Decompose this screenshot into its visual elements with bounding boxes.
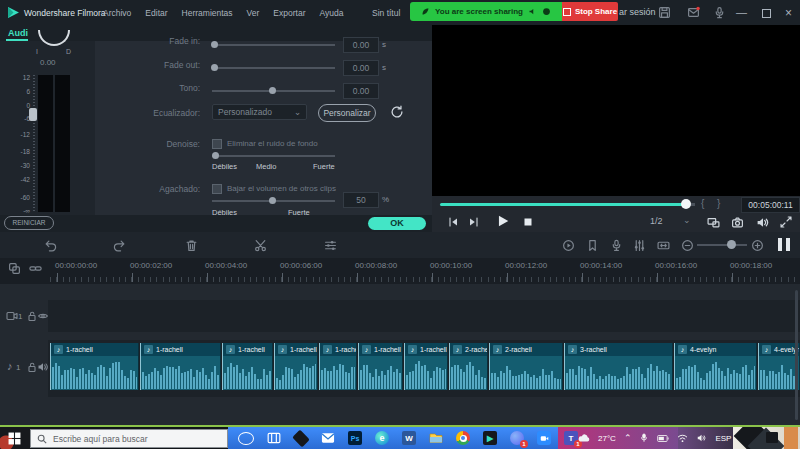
timeline-ruler[interactable]: 00:00:00:0000:00:02:0000:00:04:0000:00:0… — [0, 258, 800, 284]
equalizer-customize-button[interactable]: Personalizar — [318, 104, 376, 122]
teams-taskbar-icon[interactable]: T1 — [564, 431, 578, 445]
ducking-checkbox[interactable] — [212, 184, 222, 194]
tray-wifi-icon[interactable] — [677, 434, 688, 443]
record-mic-icon[interactable] — [713, 6, 726, 19]
minimize-button[interactable]: — — [736, 6, 747, 18]
audio-clip-1-rachell[interactable]: ♪1-rachell — [319, 343, 357, 390]
audio-clip-1-rachell[interactable]: ♪1-rachell — [358, 343, 403, 390]
pitch-handle[interactable] — [269, 87, 276, 94]
zoom-in-icon[interactable] — [751, 239, 764, 252]
timeline-zoom-slider[interactable] — [697, 244, 747, 246]
stop-button[interactable] — [522, 216, 534, 228]
fade-in-value[interactable]: 0.00 — [343, 37, 379, 53]
equalizer-preset-dropdown[interactable]: Personalizado ⌄ — [212, 104, 307, 120]
filmora-taskbar-icon[interactable] — [292, 429, 310, 447]
mail-taskbar-icon[interactable] — [321, 431, 335, 445]
playback-speed-value[interactable]: 1/2 — [650, 216, 663, 226]
reiniciar-button[interactable]: REINICIAR — [4, 216, 54, 230]
play-button[interactable] — [496, 214, 510, 228]
timeline-scrollbar[interactable] — [795, 290, 798, 420]
mark-in-button[interactable]: { — [701, 198, 704, 209]
banner-shield-icon[interactable] — [542, 7, 551, 16]
task-view-button[interactable] — [267, 431, 281, 445]
weather-temp[interactable]: 27°C — [598, 434, 616, 443]
start-button[interactable] — [8, 432, 21, 445]
action-center-icon[interactable] — [766, 432, 778, 443]
fade-in-slider[interactable] — [212, 44, 335, 46]
tray-battery-icon[interactable] — [657, 434, 669, 443]
snapshot-camera-icon[interactable] — [731, 216, 744, 229]
volume-slider-handle[interactable] — [29, 108, 37, 121]
timeline-zoom-handle[interactable] — [727, 240, 736, 249]
denoise-handle[interactable] — [212, 152, 219, 159]
undo-icon[interactable] — [44, 239, 57, 252]
close-button[interactable]: × — [785, 6, 792, 20]
audio-clip-2-rachell[interactable]: ♪2-rachell — [489, 343, 563, 390]
login-session-link[interactable]: ar sesión — [619, 7, 656, 17]
tray-speaker-icon[interactable] — [696, 433, 707, 443]
preview-progress-bar[interactable] — [440, 203, 687, 206]
fade-out-handle[interactable] — [211, 64, 218, 71]
menu-editar[interactable]: Editar — [145, 8, 167, 18]
audio-clip-1-rachell[interactable]: ♪1-rachell — [274, 343, 318, 390]
audio-clip-1-rachell[interactable]: ♪1-rachell — [404, 343, 448, 390]
restore-button[interactable] — [762, 9, 771, 18]
explorer-taskbar-icon[interactable] — [429, 431, 443, 445]
pause-bars-icon[interactable] — [778, 238, 790, 251]
pitch-slider[interactable] — [212, 90, 335, 92]
preview-speaker-icon[interactable] — [756, 216, 769, 229]
video-preview[interactable] — [432, 25, 800, 196]
redo-icon[interactable] — [113, 239, 126, 252]
audio-clip-3-rachell[interactable]: ♪3-rachell — [564, 343, 673, 390]
tray-chevron-up-icon[interactable]: ⌃ — [624, 433, 632, 443]
zoom-out-icon[interactable] — [681, 239, 694, 252]
audio-clip-1-rachell[interactable]: ♪1-rachell — [222, 343, 273, 390]
zoom-taskbar-icon[interactable] — [537, 431, 551, 445]
chrome-taskbar-icon[interactable] — [456, 431, 470, 445]
fullscreen-icon[interactable] — [780, 216, 792, 228]
menu-herramientas[interactable]: Herramientas — [182, 8, 233, 18]
stop-share-button[interactable]: Stop Share — [562, 2, 618, 21]
denoise-checkbox[interactable] — [212, 139, 222, 149]
audio-mixer-icon[interactable] — [633, 239, 646, 252]
audio-clip-4-evelyn[interactable]: ♪4-evelyn — [674, 343, 757, 390]
ducking-slider[interactable] — [212, 200, 335, 202]
ducking-handle[interactable] — [269, 197, 276, 204]
render-preview-icon[interactable] — [562, 239, 575, 252]
mark-out-button[interactable]: } — [717, 198, 720, 209]
preview-progress-handle[interactable] — [681, 199, 691, 209]
reset-icon[interactable] — [390, 105, 404, 119]
language-indicator[interactable]: ESP — [715, 434, 731, 443]
delete-trash-icon[interactable] — [185, 239, 198, 252]
fade-in-handle[interactable] — [211, 41, 218, 48]
audio-clip-4-evelyn[interactable]: ♪4-evelyn — [758, 343, 800, 390]
pitch-value[interactable]: 0.00 — [343, 83, 379, 99]
audio-clip-1-rachell[interactable]: ♪1-rachell — [140, 343, 221, 390]
cortana-button[interactable] — [238, 432, 254, 445]
split-scissors-icon[interactable] — [254, 239, 267, 252]
adjust-mixer-icon[interactable] — [324, 239, 337, 252]
feedback-mail-icon[interactable] — [687, 6, 700, 19]
menu-ver[interactable]: Ver — [247, 8, 260, 18]
ok-button[interactable]: OK — [368, 217, 426, 230]
fade-out-value[interactable]: 0.00 — [343, 60, 379, 76]
track-range-icon[interactable] — [657, 239, 670, 252]
voiceover-mic-icon[interactable] — [610, 239, 623, 252]
previous-frame-button[interactable] — [447, 216, 459, 228]
denoise-slider[interactable] — [212, 155, 335, 157]
menu-exportar[interactable]: Exportar — [273, 8, 305, 18]
banner-speaker-icon[interactable] — [528, 7, 537, 16]
dual-monitor-icon[interactable] — [707, 216, 720, 229]
app-notification-taskbar-icon[interactable]: 1 — [510, 431, 524, 445]
fade-out-slider[interactable] — [212, 67, 335, 69]
edge-taskbar-icon[interactable]: e — [375, 431, 389, 445]
speed-chevron-icon[interactable]: ⌄ — [683, 215, 691, 225]
photoshop-taskbar-icon[interactable]: Ps — [348, 431, 362, 445]
next-frame-button[interactable] — [468, 216, 480, 228]
link-clips-icon[interactable] — [29, 262, 42, 275]
audio-clip-2-rachel[interactable]: ♪2-rachel — [449, 343, 488, 390]
manage-tracks-icon[interactable] — [8, 262, 21, 275]
save-icon[interactable] — [658, 6, 671, 19]
menu-ayuda[interactable]: Ayuda — [319, 8, 343, 18]
video-track-eye-icon[interactable] — [37, 310, 49, 322]
